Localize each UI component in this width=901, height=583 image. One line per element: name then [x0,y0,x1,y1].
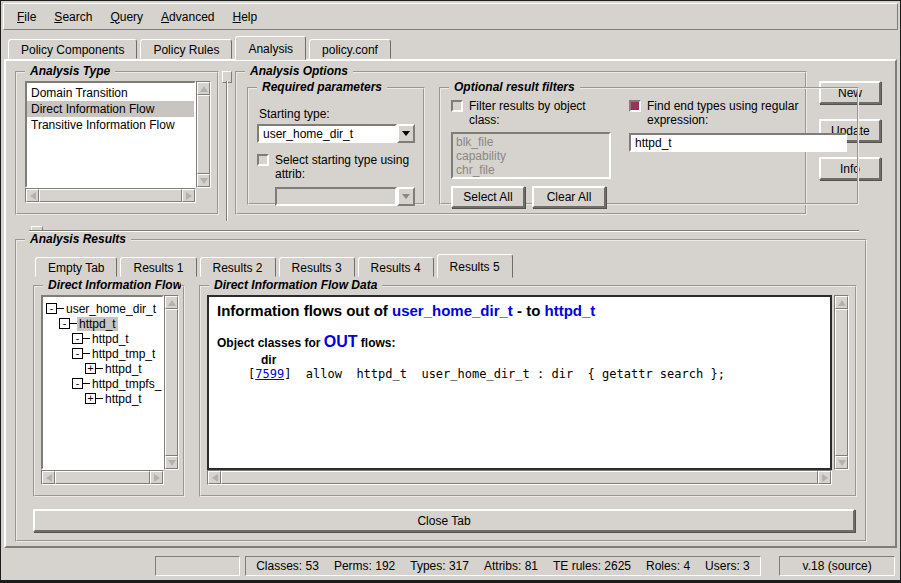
tree-node-label[interactable]: httpd_t [77,317,118,331]
menu-advanced[interactable]: Advanced [152,7,223,27]
attrib-combobox[interactable] [275,187,415,206]
top-pane-sash[interactable] [219,71,235,223]
tree-node-label[interactable]: httpd_t [103,362,144,376]
combo-dropdown-button[interactable] [397,187,415,206]
analysis-type-vscrollbar[interactable] [196,81,211,188]
scroll-right-icon[interactable] [818,471,831,484]
tree-node-label[interactable]: httpd_t [103,392,144,406]
analysis-results-group: Analysis Results Empty Tab Results 1 Res… [15,239,867,542]
starting-type-combobox[interactable]: user_home_dir_t [257,124,415,143]
tab-results-3[interactable]: Results 3 [279,257,355,277]
tree-expander-icon[interactable]: - [46,303,57,314]
analysis-type-list[interactable]: Domain Transition Direct Information Flo… [25,81,196,188]
scroll-thumb[interactable] [39,189,182,202]
analysis-options-group: Analysis Options Required parameters Sta… [235,71,807,215]
tree-node[interactable]: +httpd_t [44,391,161,406]
object-class-list[interactable]: blk_file capability chr_file [451,132,611,179]
tree-node-label[interactable]: httpd_t [90,332,131,346]
regex-input[interactable] [629,133,847,152]
attrib-value[interactable] [275,187,397,206]
tab-empty-tab[interactable]: Empty Tab [35,257,117,277]
flow-data-vscrollbar[interactable] [834,295,849,470]
analysis-tab-panel: Analysis Type Domain Transition Direct I… [4,59,897,548]
scroll-thumb[interactable] [835,309,848,456]
status-bar: Classes: 53 Perms: 192 Types: 317 Attrib… [3,553,898,579]
stat-users: Users: 3 [705,559,750,573]
results-pane-sash[interactable] [15,225,889,237]
flow-tree-vscrollbar[interactable] [164,295,179,470]
tree-node-label[interactable]: httpd_tmpfs_ [90,377,163,391]
menu-file[interactable]: File [8,7,45,27]
attrib-checkbox[interactable] [257,154,269,166]
filter-by-class-row[interactable]: Filter results by object class: [451,99,611,127]
scroll-thumb[interactable] [55,471,150,484]
scroll-thumb[interactable] [165,309,178,456]
rule-number-link[interactable]: 7599 [255,367,284,381]
tree-node[interactable]: -httpd_tmpfs_ [44,376,161,391]
list-item-domain-transition[interactable]: Domain Transition [27,85,194,101]
tree-node[interactable]: -httpd_tmp_t [44,346,161,361]
select-all-button[interactable]: Select All [451,186,525,208]
scroll-left-icon[interactable] [42,471,55,484]
menu-search[interactable]: Search [45,7,101,27]
stat-te-rules: TE rules: 2625 [553,559,631,573]
tree-expander-icon[interactable]: + [85,363,96,374]
flow-data-text[interactable]: Information flows out of user_home_dir_t… [207,295,832,470]
optional-result-filters-title: Optional result filters [449,80,580,94]
scroll-thumb[interactable] [221,471,818,484]
tree-expander-icon[interactable]: - [59,318,70,329]
scroll-up-icon[interactable] [165,296,178,309]
scroll-up-icon[interactable] [835,296,848,309]
optional-result-filters-group: Optional result filters Filter results b… [439,87,859,205]
tab-analysis[interactable]: Analysis [235,36,306,60]
object-class-item[interactable]: chr_file [456,163,606,177]
tab-results-4[interactable]: Results 4 [358,257,434,277]
flow-tree[interactable]: -user_home_dir_t -httpd_t -httpd_t -http… [41,295,164,470]
analysis-type-hscrollbar[interactable] [25,188,196,203]
tree-expander-icon[interactable]: - [72,333,83,344]
clear-all-button[interactable]: Clear All [532,186,606,208]
scroll-down-icon[interactable] [197,174,210,187]
tab-results-1[interactable]: Results 1 [120,257,196,277]
scroll-thumb[interactable] [197,95,210,174]
scroll-down-icon[interactable] [165,456,178,469]
filter-by-class-checkbox[interactable] [451,100,463,112]
tree-node-label[interactable]: user_home_dir_t [64,302,158,316]
analysis-type-group: Analysis Type Domain Transition Direct I… [15,71,219,215]
tree-node[interactable]: -user_home_dir_t [44,301,161,316]
tree-node[interactable]: -httpd_t [44,331,161,346]
tab-results-2[interactable]: Results 2 [200,257,276,277]
scroll-right-icon[interactable] [182,189,195,202]
scroll-left-icon[interactable] [208,471,221,484]
object-class-item[interactable]: capability [456,149,606,163]
tree-node[interactable]: +httpd_t [44,361,161,376]
scroll-left-icon[interactable] [26,189,39,202]
tab-policy-components[interactable]: Policy Components [8,39,137,59]
list-item-transitive-information-flow[interactable]: Transitive Information Flow [27,117,194,133]
analysis-type-title: Analysis Type [25,64,115,78]
flow-tree-hscrollbar[interactable] [41,470,164,485]
tree-expander-icon[interactable]: - [72,378,83,389]
tree-node[interactable]: -httpd_t [44,316,161,331]
flow-data-hscrollbar[interactable] [207,470,832,485]
attrib-checkbox-row[interactable]: Select starting type using attrib: [257,153,415,181]
scroll-up-icon[interactable] [197,82,210,95]
scroll-right-icon[interactable] [150,471,163,484]
list-item-direct-information-flow[interactable]: Direct Information Flow [27,101,194,117]
regex-checkbox-row[interactable]: Find end types using regular expression: [629,99,819,127]
tab-policy-rules[interactable]: Policy Rules [140,39,232,59]
tab-policy-conf[interactable]: policy.conf [309,39,391,59]
object-class-item[interactable]: blk_file [456,135,606,149]
tree-node-label[interactable]: httpd_tmp_t [90,347,157,361]
flow-subhead: Object classes for OUT flows: [217,333,822,351]
tab-results-5[interactable]: Results 5 [437,254,513,278]
tree-expander-icon[interactable]: - [72,348,83,359]
menu-help[interactable]: Help [223,7,266,27]
scroll-down-icon[interactable] [835,456,848,469]
starting-type-value[interactable]: user_home_dir_t [257,124,397,143]
tree-expander-icon[interactable]: + [85,393,96,404]
close-tab-button[interactable]: Close Tab [33,509,855,532]
combo-dropdown-button[interactable] [397,124,415,143]
menu-query[interactable]: Query [101,7,152,27]
regex-checkbox[interactable] [629,100,641,112]
